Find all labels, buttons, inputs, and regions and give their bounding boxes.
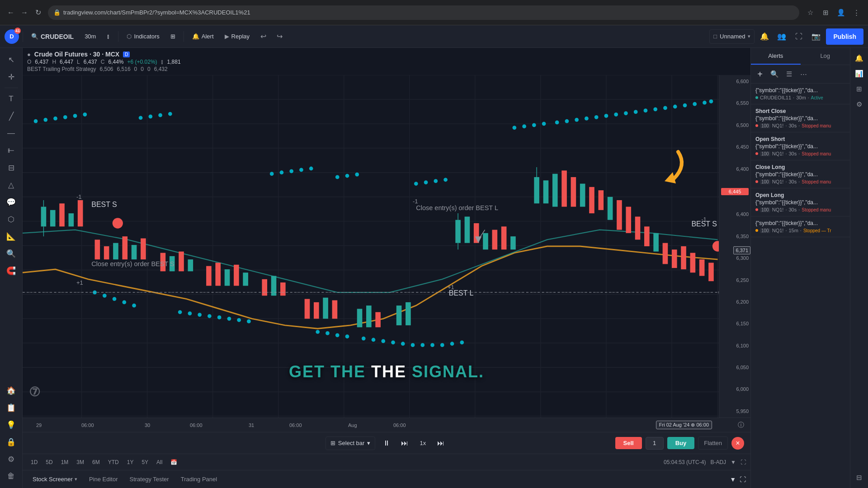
ri-settings-btn[interactable]: ⚙ — [853, 98, 866, 111]
text-tool[interactable]: T — [3, 91, 19, 107]
refresh-button[interactable]: ↻ — [33, 7, 43, 18]
status-dot-orange — [755, 229, 758, 232]
add-alert-btn[interactable]: + — [754, 68, 766, 80]
tf-5y[interactable]: 5Y — [138, 457, 152, 467]
cursor-tool[interactable]: ↖ — [3, 52, 19, 68]
alert-icon-btn[interactable]: 🔔 — [757, 29, 772, 44]
watchlist-btn[interactable]: 📋 — [3, 399, 19, 416]
horizontal-line[interactable]: — — [3, 125, 19, 141]
tf-1y[interactable]: 1Y — [123, 457, 137, 467]
settings2-btn[interactable]: ⚙ — [3, 451, 19, 467]
shape-tool[interactable]: △ — [3, 177, 19, 193]
svg-point-32 — [139, 116, 143, 120]
alert-item[interactable]: {"symbol":"{{ticker}}","da... 100 NQ1! ·… — [751, 216, 850, 237]
pattern-tool[interactable]: ⬡ — [3, 211, 19, 227]
log-tab[interactable]: Log — [801, 48, 850, 65]
replay-pause-btn[interactable]: ⏸ — [380, 436, 393, 450]
time-info-btn[interactable]: ⓘ — [738, 421, 744, 429]
collapse-panel-btn[interactable]: ▼ — [730, 476, 736, 483]
replay-btn[interactable]: ▶ Replay — [220, 29, 254, 44]
fibonacci-tool[interactable]: ⫦ — [3, 142, 19, 159]
more-alert-btn[interactable]: ⋯ — [797, 68, 810, 80]
chart-canvas[interactable]: BEST S Close entry(s) order BEST S Close… — [23, 75, 750, 418]
close-replay-btn[interactable]: × — [731, 437, 744, 450]
compare-btn[interactable]: ⊞ — [166, 29, 180, 44]
zoom-tool[interactable]: 🔍 — [3, 245, 19, 262]
ri-alerts-btn[interactable]: 🔔 — [853, 52, 866, 65]
select-bar-btn[interactable]: ⊞ Select bar ▾ — [326, 436, 376, 450]
svg-text:-1: -1 — [76, 193, 82, 200]
svg-point-95 — [450, 342, 454, 346]
price-axis: 6,600 6,550 6,500 6,450 6,400 6,445 6,40… — [719, 75, 750, 418]
annotation-tool[interactable]: 💬 — [3, 194, 19, 210]
replay-step-fwd-btn[interactable]: ⏭ — [398, 436, 411, 450]
account-icon[interactable]: 👤 — [835, 6, 847, 19]
symbol-search-btn[interactable]: 🔍 CRUDEOIL — [27, 29, 78, 44]
home-btn[interactable]: 🏠 — [3, 382, 19, 399]
replay-skip-end-btn[interactable]: ⏭ — [434, 436, 448, 450]
tf-3m[interactable]: 3M — [73, 457, 88, 467]
quantity-input[interactable] — [646, 437, 664, 450]
screener-btn[interactable]: ⛶ — [792, 29, 806, 44]
lock-btn[interactable]: 🔒 — [3, 434, 19, 450]
address-bar[interactable]: 🔒 tradingview.com/chart/SmPmBPr2/?symbol… — [48, 5, 799, 20]
trading-panel-tab[interactable]: Trading Panel — [175, 474, 222, 484]
redo-btn[interactable]: ↪ — [272, 29, 287, 44]
search-alert-btn[interactable]: 🔍 — [768, 68, 781, 80]
svg-point-81 — [247, 319, 251, 324]
expand-panel-btn[interactable]: ⛶ — [740, 476, 746, 483]
ri-bottom-btn[interactable]: ⊟ — [853, 471, 866, 484]
ideas-btn[interactable]: 💡 — [3, 417, 19, 433]
trash-btn[interactable]: 🗑 — [3, 468, 19, 484]
undo-btn[interactable]: ↩ — [256, 29, 270, 44]
camera-btn[interactable]: 📷 — [809, 29, 823, 44]
tf-6m[interactable]: 6M — [89, 457, 104, 467]
alert-item[interactable]: Short Close {"symbol":"{{ticker}}","da..… — [751, 104, 850, 132]
alert-item[interactable]: Close Long {"symbol":"{{ticker}}","da...… — [751, 160, 850, 188]
channel-tool[interactable]: ⊟ — [3, 160, 19, 176]
star-icon[interactable]: ☆ — [804, 6, 816, 19]
buy-button[interactable]: Buy — [667, 437, 695, 449]
tf-5d[interactable]: 5D — [42, 457, 56, 467]
left-sidebar: ↖ ✛ T ╱ — ⫦ ⊟ △ 💬 ⬡ 📐 🔍 🧲 🏠 📋 💡 🔒 ⚙ 🗑 — [0, 48, 23, 488]
svg-point-51 — [542, 122, 546, 126]
magnet-tool[interactable]: 🧲 — [3, 263, 19, 279]
tf-1d[interactable]: 1D — [27, 457, 41, 467]
crosshair-tool[interactable]: ✛ — [3, 69, 19, 85]
menu-icon[interactable]: ⋮ — [850, 6, 863, 19]
stock-screener-tab[interactable]: Stock Screener ▾ — [27, 474, 83, 484]
tf-all[interactable]: All — [153, 457, 166, 467]
tf-ytd[interactable]: YTD — [104, 457, 123, 467]
community-btn[interactable]: 👥 — [774, 29, 789, 44]
user-avatar[interactable]: D 41 — [5, 29, 19, 44]
svg-point-39 — [299, 168, 303, 172]
filter-alert-btn[interactable]: ☰ — [783, 68, 795, 80]
alert-item[interactable]: {"symbol":"{{ticker}}","da... CRUDEOIL11… — [751, 84, 850, 104]
forward-button[interactable]: → — [19, 7, 30, 18]
alert-item[interactable]: Open Long {"symbol":"{{ticker}}","da... … — [751, 188, 850, 216]
svg-point-54 — [575, 118, 579, 122]
chart-name-btn[interactable]: □ Unnamed ▾ — [709, 29, 755, 44]
strategy-tester-tab[interactable]: Strategy Tester — [124, 474, 174, 484]
alerts-tab[interactable]: Alerts — [751, 48, 801, 65]
alert-btn[interactable]: 🔔 Alert — [188, 29, 218, 44]
adj-badge: B-ADJ — [710, 459, 726, 465]
ri-data-btn[interactable]: ⊞ — [853, 82, 866, 96]
indicators-btn[interactable]: ⬡ Indicators — [122, 29, 164, 44]
flatten-button[interactable]: Flatten — [698, 436, 728, 450]
alert-item[interactable]: Open Short {"symbol":"{{ticker}}","da...… — [751, 132, 850, 160]
alert-list: {"symbol":"{{ticker}}","da... CRUDEOIL11… — [751, 84, 850, 488]
pine-editor-tab[interactable]: Pine Editor — [84, 474, 123, 484]
publish-button[interactable]: Publish — [826, 28, 863, 45]
sell-button[interactable]: Sell — [615, 437, 642, 449]
line-tool[interactable]: ╱ — [3, 108, 19, 124]
ri-trades-btn[interactable]: 📊 — [853, 67, 866, 80]
tf-1m[interactable]: 1M — [57, 457, 72, 467]
extension-icon[interactable]: ⊞ — [819, 6, 832, 19]
chart-type-btn[interactable]: ⫿ — [102, 29, 114, 44]
back-button[interactable]: ← — [5, 7, 16, 18]
interval-btn[interactable]: 30m — [80, 29, 100, 44]
svg-point-77 — [208, 314, 212, 318]
tf-calendar[interactable]: 📅 — [167, 457, 181, 467]
measure-tool[interactable]: 📐 — [3, 228, 19, 244]
